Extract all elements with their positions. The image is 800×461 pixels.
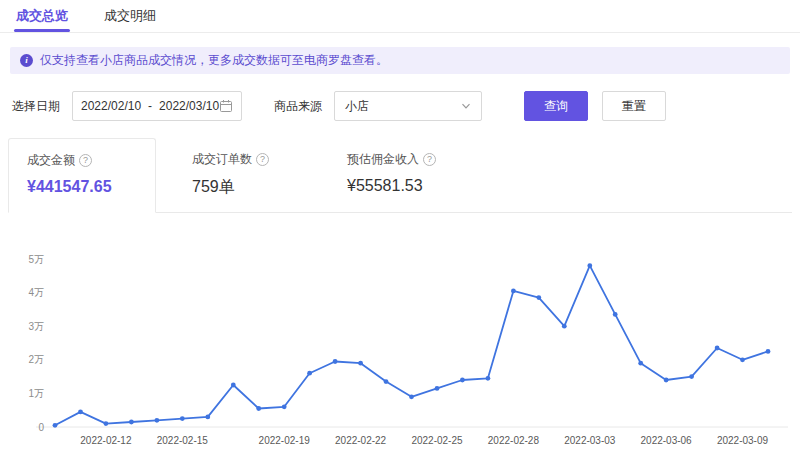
stat-title-row: 成交订单数 ? bbox=[192, 151, 269, 168]
svg-text:2022-03-03: 2022-03-03 bbox=[564, 435, 616, 446]
reset-button[interactable]: 重置 bbox=[602, 91, 666, 121]
tab-label: 成交明细 bbox=[104, 7, 156, 25]
calendar-icon bbox=[219, 99, 233, 113]
filter-bar: 选择日期 2022/02/10 - 2022/03/10 商品来源 小店 bbox=[0, 74, 800, 134]
svg-text:3万: 3万 bbox=[28, 321, 44, 332]
date-range-input[interactable]: 2022/02/10 - 2022/03/10 bbox=[72, 91, 242, 121]
stat-title: 预估佣金收入 bbox=[347, 151, 419, 168]
date-range-label: 选择日期 bbox=[12, 98, 60, 115]
stat-card-transaction-amount[interactable]: 成交金额 ? ¥441547.65 bbox=[8, 138, 156, 213]
svg-text:5万: 5万 bbox=[28, 254, 44, 265]
svg-text:2022-02-28: 2022-02-28 bbox=[488, 435, 540, 446]
stat-title-row: 成交金额 ? bbox=[27, 152, 137, 169]
help-icon[interactable]: ? bbox=[256, 153, 269, 166]
svg-text:2022-02-12: 2022-02-12 bbox=[80, 435, 132, 446]
tab-transaction-overview[interactable]: 成交总览 bbox=[14, 0, 70, 32]
svg-text:4万: 4万 bbox=[28, 287, 44, 298]
stat-title: 成交订单数 bbox=[192, 151, 252, 168]
stat-value-transaction-amount: ¥441547.65 bbox=[27, 178, 137, 196]
svg-text:2022-02-19: 2022-02-19 bbox=[259, 435, 311, 446]
stat-title-row: 预估佣金收入 ? bbox=[347, 151, 436, 168]
top-tabs: 成交总览 成交明细 bbox=[0, 0, 800, 33]
stat-cards: 成交金额 ? ¥441547.65 成交订单数 ? 759单 预估佣金收入 ? … bbox=[8, 138, 792, 213]
tab-label: 成交总览 bbox=[16, 7, 68, 25]
date-separator: - bbox=[148, 99, 152, 113]
product-source-label: 商品来源 bbox=[274, 98, 322, 115]
tab-transaction-details[interactable]: 成交明细 bbox=[102, 0, 158, 32]
help-icon[interactable]: ? bbox=[79, 154, 92, 167]
stat-card-order-count[interactable]: 成交订单数 ? 759单 bbox=[174, 138, 287, 212]
product-source-value: 小店 bbox=[345, 98, 369, 115]
svg-text:2万: 2万 bbox=[28, 354, 44, 365]
query-button[interactable]: 查询 bbox=[524, 91, 588, 121]
svg-text:2022-03-06: 2022-03-06 bbox=[641, 435, 693, 446]
svg-text:2022-02-15: 2022-02-15 bbox=[157, 435, 209, 446]
stat-value-order-count: 759单 bbox=[192, 177, 269, 198]
product-source-select[interactable]: 小店 bbox=[334, 91, 482, 121]
date-range-value: 2022/02/10 - 2022/03/10 bbox=[81, 99, 219, 113]
svg-text:2022-02-25: 2022-02-25 bbox=[411, 435, 463, 446]
stat-card-estimated-commission[interactable]: 预估佣金收入 ? ¥55581.53 bbox=[329, 138, 454, 212]
stat-value-estimated-commission: ¥55581.53 bbox=[347, 177, 436, 195]
date-start: 2022/02/10 bbox=[81, 99, 141, 113]
date-end: 2022/03/10 bbox=[159, 99, 219, 113]
chevron-down-icon bbox=[461, 101, 471, 111]
svg-text:2022-03-09: 2022-03-09 bbox=[717, 435, 769, 446]
svg-text:1万: 1万 bbox=[28, 388, 44, 399]
chart-area: 01万2万3万4万5万2022-02-122022-02-152022-02-1… bbox=[0, 239, 800, 457]
transaction-amount-line-chart: 01万2万3万4万5万2022-02-122022-02-152022-02-1… bbox=[0, 239, 800, 454]
info-icon: i bbox=[20, 54, 33, 67]
svg-text:0: 0 bbox=[38, 422, 44, 433]
stat-title: 成交金额 bbox=[27, 152, 75, 169]
banner-text: 仅支持查看小店商品成交情况，更多成交数据可至电商罗盘查看。 bbox=[40, 52, 388, 69]
svg-text:2022-02-22: 2022-02-22 bbox=[335, 435, 387, 446]
help-icon[interactable]: ? bbox=[423, 153, 436, 166]
transaction-dashboard: 成交总览 成交明细 i 仅支持查看小店商品成交情况，更多成交数据可至电商罗盘查看… bbox=[0, 0, 800, 457]
info-banner: i 仅支持查看小店商品成交情况，更多成交数据可至电商罗盘查看。 bbox=[10, 47, 790, 74]
